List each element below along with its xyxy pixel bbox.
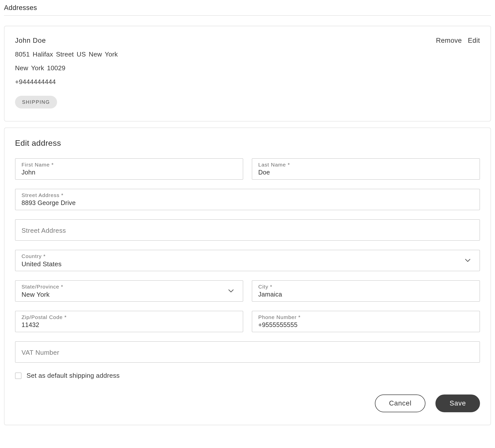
street-address-1-label: Street Address * <box>22 192 473 198</box>
city-field[interactable]: City * <box>252 280 480 302</box>
state-label: State/Province * <box>22 284 237 290</box>
edit-button[interactable]: Edit <box>468 37 480 44</box>
cancel-button[interactable]: Cancel <box>375 394 425 412</box>
last-name-input[interactable] <box>258 169 473 176</box>
first-name-label: First Name * <box>22 162 237 168</box>
last-name-label: Last Name * <box>258 162 473 168</box>
street-address-1-field[interactable]: Street Address * <box>15 189 480 210</box>
address-line-1: 8051 Halifax Street US New York <box>15 50 480 58</box>
remove-button[interactable]: Remove <box>436 37 462 44</box>
page-title: Addresses <box>4 4 491 16</box>
first-name-field[interactable]: First Name * <box>15 158 243 180</box>
first-name-input[interactable] <box>22 169 237 176</box>
phone-field[interactable]: Phone Number * <box>252 311 480 332</box>
country-value: United States <box>22 260 473 268</box>
address-phone: +9444444444 <box>15 78 480 86</box>
city-label: City * <box>258 284 473 290</box>
address-card: John Doe Remove Edit 8051 Halifax Street… <box>4 26 491 122</box>
state-field[interactable]: State/Province * New York <box>15 280 243 302</box>
street-address-2-placeholder: Street Address <box>22 227 473 234</box>
zip-label: Zip/Postal Code * <box>22 314 237 320</box>
phone-input[interactable] <box>258 321 473 328</box>
vat-field[interactable]: VAT Number <box>15 341 480 363</box>
edit-address-card: Edit address First Name * Last Name * St… <box>4 128 491 425</box>
save-button[interactable]: Save <box>435 394 480 412</box>
street-address-1-input[interactable] <box>22 199 473 206</box>
country-field[interactable]: Country * United States <box>15 250 480 271</box>
edit-address-title: Edit address <box>15 138 480 148</box>
address-actions: Remove Edit <box>436 37 480 44</box>
city-input[interactable] <box>258 291 473 298</box>
vat-placeholder: VAT Number <box>22 349 473 356</box>
phone-label: Phone Number * <box>258 314 473 320</box>
address-name: John Doe <box>15 37 46 44</box>
zip-input[interactable] <box>22 321 237 328</box>
zip-field[interactable]: Zip/Postal Code * <box>15 311 243 332</box>
default-shipping-checkbox[interactable] <box>15 372 22 379</box>
street-address-2-field[interactable]: Street Address <box>15 219 480 241</box>
default-shipping-label: Set as default shipping address <box>27 372 120 380</box>
country-label: Country * <box>22 253 473 259</box>
state-value: New York <box>22 291 237 298</box>
last-name-field[interactable]: Last Name * <box>252 158 480 180</box>
shipping-badge: SHIPPING <box>15 96 57 108</box>
address-line-2: New York 10029 <box>15 64 480 72</box>
